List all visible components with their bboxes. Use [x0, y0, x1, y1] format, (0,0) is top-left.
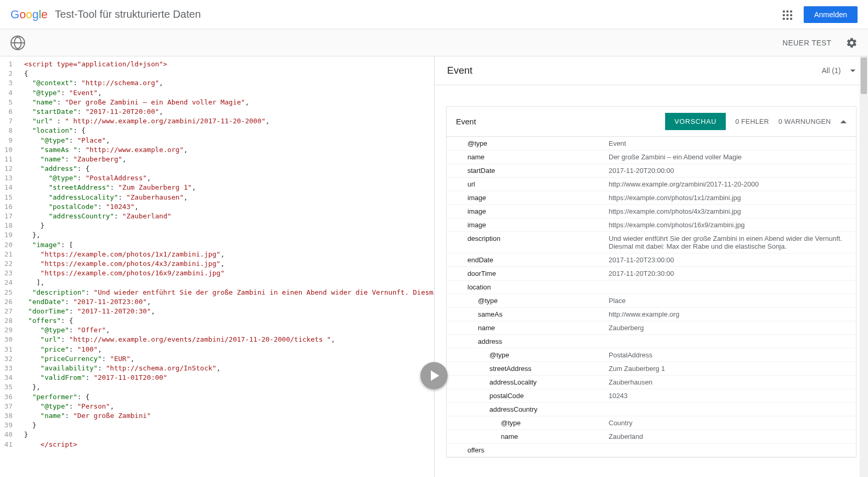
app-header: Google Test-Tool für strukturierte Daten…: [0, 0, 868, 29]
property-value: Place: [603, 294, 856, 307]
property-row[interactable]: urlhttp://www.example.org/zambini/2017-1…: [447, 178, 856, 191]
property-row[interactable]: @typePlace: [447, 294, 856, 308]
apps-grid-icon[interactable]: [781, 8, 793, 21]
preview-button[interactable]: VORSCHAU: [665, 113, 726, 130]
result-card: Event VORSCHAU 0 FEHLER 0 WARNUNGEN @typ…: [446, 106, 856, 458]
filter-label: All (1): [821, 66, 841, 75]
signin-button[interactable]: Anmelden: [804, 6, 858, 23]
property-row[interactable]: location: [447, 281, 856, 294]
property-key: @type: [447, 348, 603, 362]
property-value: Der große Zambini – ein Abend voller Mag…: [603, 150, 856, 164]
scrollbar-thumb[interactable]: [861, 57, 867, 94]
property-value: https://example.com/photos/16x9/zambini.…: [603, 218, 856, 231]
property-key: name: [447, 150, 603, 164]
toolbar: NEUER TEST: [0, 29, 868, 56]
property-key: addressCountry: [447, 403, 603, 416]
property-key: @type: [447, 137, 603, 150]
code-content[interactable]: <script type="application/ld+json">{ "@c…: [20, 56, 434, 477]
property-key: image: [447, 191, 603, 204]
property-row[interactable]: endDate2017-11-20T23:00:00: [447, 253, 856, 267]
property-value: Zauberhausen: [603, 376, 856, 389]
property-value: https://example.com/photos/1x1/zambini.j…: [603, 191, 856, 204]
property-row[interactable]: postalCode10243: [447, 389, 856, 403]
property-value: Zum Zauberberg 1: [603, 362, 856, 375]
property-key: offers: [447, 444, 603, 457]
property-key: sameAs: [447, 308, 603, 321]
property-row[interactable]: @typeCountry: [447, 416, 856, 430]
results-header: Event All (1): [435, 56, 868, 85]
property-value: 2017-11-20T20:30:00: [603, 267, 856, 280]
google-logo[interactable]: Google: [10, 8, 48, 21]
property-value: [603, 335, 856, 348]
property-value: 2017-11-20T20:00:00: [603, 164, 856, 177]
warning-count: 0 WARNUNGEN: [779, 118, 831, 125]
card-header[interactable]: Event VORSCHAU 0 FEHLER 0 WARNUNGEN: [447, 107, 856, 137]
property-key: doorTime: [447, 267, 603, 280]
new-test-button[interactable]: NEUER TEST: [783, 39, 831, 47]
chevron-down-icon: [850, 69, 855, 72]
property-value: Country: [603, 416, 856, 429]
main-split: 1234567891011121314151617181920212223242…: [0, 56, 868, 477]
property-row[interactable]: address: [447, 335, 856, 348]
property-key: image: [447, 218, 603, 231]
property-row[interactable]: imagehttps://example.com/photos/4x3/zamb…: [447, 205, 856, 218]
property-value: 2017-11-20T23:00:00: [603, 253, 856, 266]
property-row[interactable]: @typeEvent: [447, 137, 856, 150]
property-value: Zauberberg: [603, 321, 856, 334]
property-row[interactable]: nameZauberland: [447, 430, 856, 444]
card-title: Event: [456, 117, 656, 126]
property-key: @type: [447, 294, 603, 307]
property-key: image: [447, 205, 603, 218]
property-key: @type: [447, 416, 603, 429]
results-title: Event: [447, 65, 821, 76]
property-row[interactable]: startDate2017-11-20T20:00:00: [447, 164, 856, 178]
property-value: [603, 403, 856, 416]
property-row[interactable]: nameDer große Zambini – ein Abend voller…: [447, 150, 856, 164]
property-value: [603, 281, 856, 294]
code-editor[interactable]: 1234567891011121314151617181920212223242…: [0, 56, 434, 477]
results-filter-dropdown[interactable]: All (1): [821, 66, 855, 75]
property-value: PostalAddress: [603, 348, 856, 362]
property-row[interactable]: imagehttps://example.com/photos/1x1/zamb…: [447, 191, 856, 205]
collapse-chevron-icon[interactable]: [840, 120, 847, 123]
property-key: startDate: [447, 164, 603, 177]
property-key: address: [447, 335, 603, 348]
property-value: Zauberland: [603, 430, 856, 443]
property-list: @typeEventnameDer große Zambini – ein Ab…: [447, 137, 856, 457]
property-key: streetAddress: [447, 362, 603, 375]
property-key: postalCode: [447, 389, 603, 402]
line-number-gutter: 1234567891011121314151617181920212223242…: [0, 56, 20, 477]
app-title: Test-Tool für strukturierte Daten: [55, 8, 201, 20]
property-row[interactable]: addressCountry: [447, 403, 856, 416]
property-row[interactable]: streetAddressZum Zauberberg 1: [447, 362, 856, 376]
property-key: name: [447, 430, 603, 443]
settings-gear-icon[interactable]: [846, 37, 858, 49]
property-row[interactable]: doorTime2017-11-20T20:30:00: [447, 267, 856, 281]
property-key: url: [447, 178, 603, 191]
property-row[interactable]: addressLocalityZauberhausen: [447, 376, 856, 389]
globe-icon[interactable]: [10, 36, 25, 50]
property-row[interactable]: sameAshttp://www.example.org: [447, 308, 856, 321]
property-key: endDate: [447, 253, 603, 266]
property-value: Event: [603, 137, 856, 150]
error-count: 0 FEHLER: [735, 118, 769, 125]
property-row[interactable]: offers: [447, 444, 856, 457]
property-row[interactable]: descriptionUnd wieder entführt Sie der g…: [447, 232, 856, 253]
property-row[interactable]: @typePostalAddress: [447, 348, 856, 362]
property-value: Und wieder entführt Sie der große Zambin…: [603, 232, 856, 253]
run-test-button[interactable]: [420, 362, 448, 389]
property-row[interactable]: imagehttps://example.com/photos/16x9/zam…: [447, 218, 856, 232]
property-value: [603, 444, 856, 457]
property-key: name: [447, 321, 603, 334]
property-value: https://example.com/photos/4x3/zambini.j…: [603, 205, 856, 218]
property-key: description: [447, 232, 603, 253]
property-row[interactable]: nameZauberberg: [447, 321, 856, 335]
property-value: http://www.example.org/zambini/2017-11-2…: [603, 178, 856, 191]
property-value: http://www.example.org: [603, 308, 856, 321]
property-value: 10243: [603, 389, 856, 402]
page-scrollbar[interactable]: [860, 56, 868, 477]
results-panel: Event All (1) Event VORSCHAU 0 FEHLER 0 …: [434, 56, 868, 477]
property-key: location: [447, 281, 603, 294]
property-key: addressLocality: [447, 376, 603, 389]
